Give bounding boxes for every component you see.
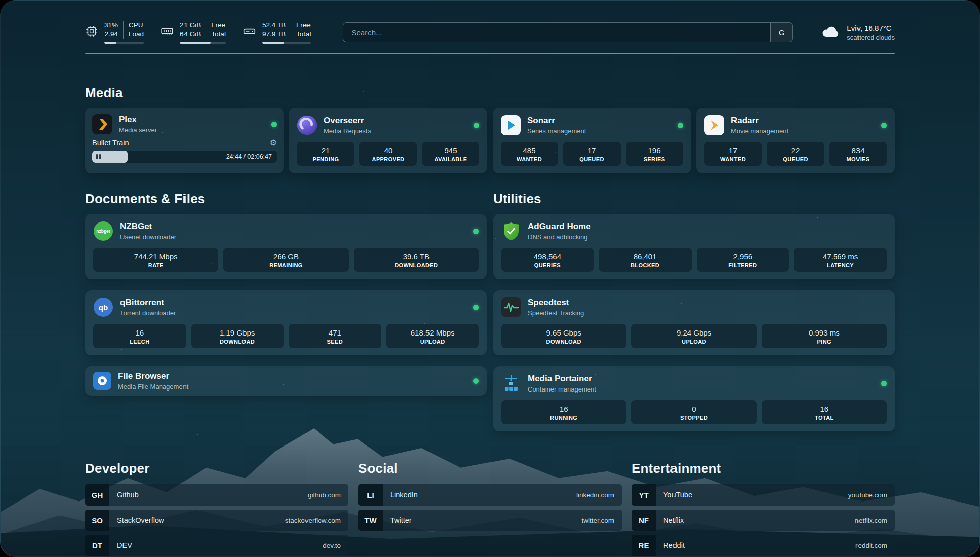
disk-progress-bar [262,42,311,44]
stat-value: 744.21 Mbps [96,252,215,261]
memory-total-label: Total [211,30,226,39]
stat-box: 86,401 BLOCKED [599,248,692,272]
stat-value: 945 [425,146,476,155]
qbittorrent-name: qBittorrent [120,298,176,308]
memory-progress-fill [180,42,211,44]
stat-box: 22 QUEUED [767,142,824,166]
stat-value: 2,956 [700,252,786,261]
filebrowser-subtitle: Media File Management [118,383,188,391]
documents-section-title: Documents & Files [85,191,487,207]
stat-value: 16 [765,404,884,414]
stat-label: WANTED [707,156,759,162]
pause-icon [96,154,98,159]
stat-label: DOWNLOADED [357,262,476,268]
plex-playback-bar[interactable]: 24:44 / 02:06:47 [92,151,277,163]
bookmark-youtube[interactable]: YT YouTube youtube.com [632,484,895,506]
disk-progress-fill [262,42,284,44]
search-provider-button[interactable]: G [770,23,792,42]
bookmark-github[interactable]: GH Github github.com [85,484,348,506]
filebrowser-card[interactable]: File Browser Media File Management [85,366,487,396]
portainer-name: Media Portainer [528,374,596,384]
bookmark-twitter[interactable]: TW Twitter twitter.com [358,510,622,531]
stat-value: 471 [292,328,379,338]
bookmark-linkedin[interactable]: LI LinkedIn linkedin.com [358,484,622,506]
bookmark-dev[interactable]: DT DEV dev.to [85,535,348,556]
stat-value: 22 [770,146,821,155]
stat-label: BLOCKED [602,262,689,268]
svg-text:nzbget: nzbget [96,229,110,234]
adguard-card[interactable]: AdGuard Home DNS and adblocking 498,564 … [493,214,895,279]
stat-label: SERIES [629,156,680,162]
media-grid: Plex Media server Bullet Train ⚙ [85,108,895,173]
bookmark-stackoverflow[interactable]: SO StackOverflow stackoverflow.com [85,510,348,531]
stat-value: 16 [504,404,623,414]
bookmark-url: netflix.com [854,517,895,524]
bookmark-url: twitter.com [581,517,622,524]
speedtest-card[interactable]: Speedtest Speedtest Tracking 9.65 Gbps D… [493,290,895,355]
memory-widget: 21 GiB 64 GiB Free Total [161,21,226,44]
reddit-abbr-icon: RE [632,535,656,556]
qbittorrent-card[interactable]: qb qBittorrent Torrent downloader 16 LEE… [85,290,487,355]
cpu-usage-label: CPU [129,21,144,30]
bookmark-netflix[interactable]: NF Netflix netflix.com [632,510,895,531]
filebrowser-icon [93,372,111,390]
portainer-subtitle: Container management [528,385,596,393]
weather-widget: Lviv, 16.87°C scattered clouds [821,24,895,41]
hardware-stats: 31% 2.94 CPU Load [85,21,311,44]
radarr-status-dot [881,123,887,128]
stat-box: 9.65 Gbps DOWNLOAD [501,324,626,348]
sonarr-card[interactable]: Sonarr Series management 485 WANTED 17 Q… [493,108,691,173]
cpu-widget: 31% 2.94 CPU Load [85,21,144,44]
netflix-abbr-icon: NF [632,510,656,531]
stat-box: 17 WANTED [704,142,762,166]
stat-label: REMAINING [226,262,345,268]
stat-label: QUEUED [566,156,618,162]
stat-box: 21 PENDING [297,142,354,166]
plex-card[interactable]: Plex Media server Bullet Train ⚙ [85,108,284,173]
overseerr-card[interactable]: Overseerr Media Requests 21 PENDING 40 A… [289,108,487,173]
stat-box: 1.19 Gbps DOWNLOAD [191,324,284,348]
plex-now-playing-title: Bullet Train [92,139,129,147]
cpu-icon [85,25,98,40]
social-column: Social LI LinkedIn linkedin.com TW Twitt… [358,461,622,556]
portainer-card[interactable]: Media Portainer Container management 16 … [493,366,895,431]
disk-widget: 52.4 TB 97.9 TB Free Total [243,21,311,44]
bookmark-name: Netflix [656,516,684,524]
stat-box: 16 RUNNING [501,400,626,424]
overseerr-status-dot [474,123,479,128]
stat-box: 834 MOVIES [829,142,887,166]
bookmark-reddit[interactable]: RE Reddit reddit.com [632,535,895,556]
stat-value: 17 [566,146,618,155]
speedtest-subtitle: Speedtest Tracking [528,309,584,317]
bookmark-url: youtube.com [848,491,895,499]
speedtest-icon [501,297,521,317]
bookmark-url: stackoverflow.com [285,517,348,524]
stat-label: DOWNLOAD [194,339,281,345]
search-input[interactable] [343,23,770,42]
bookmark-name: Github [109,491,139,499]
disk-total-value: 97.9 TB [262,30,286,39]
nzbget-name: NZBGet [120,221,176,232]
stat-box: 16 TOTAL [762,400,887,424]
bookmark-url: reddit.com [855,542,895,549]
radarr-card[interactable]: Radarr Movie management 17 WANTED 22 QUE… [696,108,895,173]
adguard-name: AdGuard Home [528,221,591,232]
bookmark-name: Reddit [656,541,685,549]
bookmarks-section: Developer GH Github github.com SO StackO… [85,461,895,556]
nzbget-card[interactable]: nzbget NZBGet Usenet downloader 744.21 M… [85,214,487,279]
cpu-load-value: 2.94 [105,30,118,39]
radarr-name: Radarr [731,116,788,126]
stat-box: 9.24 Gbps UPLOAD [631,324,756,348]
cloud-icon [821,24,840,40]
entertainment-column: Entertainment YT YouTube youtube.com NF … [632,461,895,556]
stat-label: AVAILABLE [425,156,476,162]
memory-free-label: Free [211,21,226,30]
nzbget-status-dot [473,229,479,234]
middle-columns: Documents & Files nzbget NZBGet Usenet d [85,191,895,431]
stat-box: 196 SERIES [626,142,683,166]
gear-icon[interactable]: ⚙ [270,139,277,147]
stat-label: LATENCY [797,262,884,268]
stat-value: 86,401 [602,252,689,261]
stat-label: QUERIES [504,262,591,268]
stat-box: 498,564 QUERIES [501,248,594,272]
